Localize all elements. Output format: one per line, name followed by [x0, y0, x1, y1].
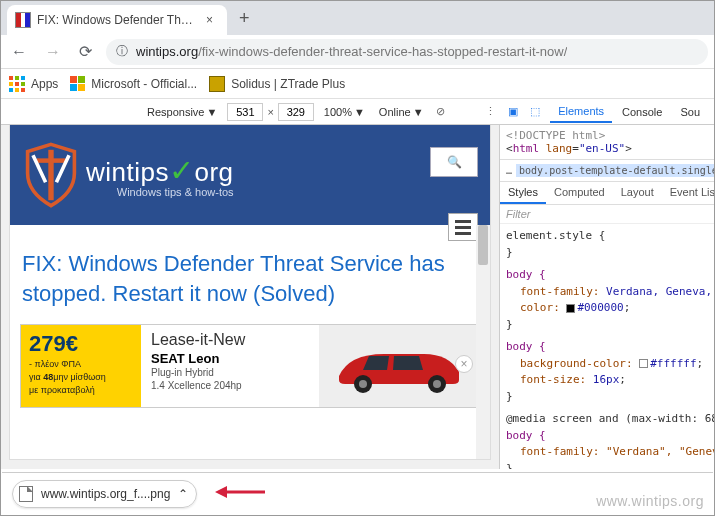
css-rules[interactable]: element.style { } body { font-family: Ve… — [500, 224, 714, 469]
tab-sources[interactable]: Sou — [672, 102, 708, 122]
throttle-select[interactable]: Online ▼ — [375, 104, 428, 120]
ad-brand: Lease-it-New — [151, 331, 309, 349]
ad-price: 279€ — [29, 331, 133, 357]
tab-elements[interactable]: Elements — [550, 101, 612, 123]
device-toggle-icon[interactable]: ⬚ — [528, 103, 542, 120]
bookmark-solidus[interactable]: Solidus | ZTrade Plus — [209, 76, 345, 92]
logo-shield-icon — [24, 142, 78, 208]
breadcrumb-ellipsis: … — [506, 165, 512, 176]
tab-title: FIX: Windows Defender Threat Se — [37, 13, 194, 27]
tab-computed[interactable]: Computed — [546, 182, 613, 204]
site-brand: wintips✓org — [86, 153, 234, 188]
ad-line3: με προκαταβολή — [29, 385, 133, 396]
favicon-icon — [15, 12, 31, 28]
browser-tab-bar: FIX: Windows Defender Threat Se × + — [1, 1, 714, 35]
ad-spec1: Plug-in Hybrid — [151, 366, 309, 379]
page-content: FIX: Windows Defender Threat Service has… — [10, 225, 490, 316]
rotate-icon[interactable]: ⊘ — [434, 103, 447, 120]
styles-filter[interactable]: Filter — [500, 205, 714, 224]
device-select[interactable]: Responsive ▼ — [143, 104, 221, 120]
ad-banner[interactable]: 279€ - πλέον ΦΠΑ για 48μην μίσθωση με πρ… — [20, 324, 480, 408]
height-input[interactable] — [278, 103, 314, 121]
forward-button[interactable]: → — [41, 39, 65, 65]
check-icon: ✓ — [169, 154, 195, 187]
site-header: wintips✓org Windows tips & how-tos 🔍 — [10, 125, 490, 225]
devtools-viewport: Responsive ▼ × 100% ▼ Online ▼ ⊘ ⋮ ▣ ⬚ E… — [1, 99, 714, 469]
styles-tab-bar: Styles Computed Layout Event Lis — [500, 182, 714, 205]
reload-button[interactable]: ⟳ — [75, 38, 96, 65]
inspect-element-icon[interactable]: ▣ — [506, 103, 520, 120]
dom-html-node[interactable]: <html lang="en-US"> — [506, 142, 708, 155]
bookmark-microsoft[interactable]: Microsoft - Official... — [70, 76, 197, 91]
download-chip[interactable]: www.wintips.org_f....png ⌃ — [12, 480, 197, 508]
apps-icon — [9, 76, 25, 92]
dom-tree[interactable]: <!DOCTYPE html> <html lang="en-US"> — [500, 125, 714, 160]
browser-nav-bar: ← → ⟳ ⓘ wintips.org/fix-windows-defender… — [1, 35, 714, 69]
ad-line2: για 48μην μίσθωση — [29, 372, 133, 383]
tab-event-listeners[interactable]: Event Lis — [662, 182, 714, 204]
ad-line1: - πλέον ΦΠΑ — [29, 359, 133, 370]
back-button[interactable]: ← — [7, 39, 31, 65]
apps-button[interactable]: Apps — [9, 76, 58, 92]
bookmarks-bar: Apps Microsoft - Official... Solidus | Z… — [1, 69, 714, 99]
annotation-arrow-icon — [215, 484, 267, 503]
dom-doctype: <!DOCTYPE html> — [506, 129, 708, 142]
close-tab-button[interactable]: × — [200, 11, 219, 29]
more-icon[interactable]: ⋮ — [483, 103, 498, 120]
browser-tab[interactable]: FIX: Windows Defender Threat Se × — [7, 5, 227, 35]
devtools-toolbar: Responsive ▼ × 100% ▼ Online ▼ ⊘ ⋮ ▣ ⬚ E… — [1, 99, 714, 125]
page-frame[interactable]: wintips✓org Windows tips & how-tos 🔍 FIX… — [10, 125, 490, 459]
devtools-inspector: <!DOCTYPE html> <html lang="en-US"> … bo… — [499, 99, 714, 469]
ad-model: SEAT Leon — [151, 351, 309, 366]
chevron-up-icon[interactable]: ⌃ — [178, 487, 188, 501]
search-icon: 🔍 — [447, 155, 462, 169]
device-preview-pane: wintips✓org Windows tips & how-tos 🔍 FIX… — [1, 99, 499, 469]
tab-layout[interactable]: Layout — [613, 182, 662, 204]
tab-styles[interactable]: Styles — [500, 182, 546, 204]
breadcrumb-body[interactable]: body.post-template-default.single.sing — [516, 164, 714, 177]
address-bar[interactable]: ⓘ wintips.org/fix-windows-defender-threa… — [106, 39, 708, 65]
download-filename: www.wintips.org_f....png — [41, 487, 170, 501]
zoom-select[interactable]: 100% ▼ — [320, 104, 369, 120]
site-info-icon[interactable]: ⓘ — [116, 43, 128, 60]
svg-marker-5 — [215, 486, 227, 498]
dimension-x: × — [267, 106, 273, 118]
apps-label: Apps — [31, 77, 58, 91]
solidus-icon — [209, 76, 225, 92]
new-tab-button[interactable]: + — [233, 6, 256, 31]
bookmark-label: Microsoft - Official... — [91, 77, 197, 91]
microsoft-icon — [70, 76, 85, 91]
menu-button[interactable] — [448, 213, 478, 241]
svg-point-1 — [359, 380, 367, 388]
ad-price-box: 279€ - πλέον ΦΠΑ για 48μην μίσθωση με πρ… — [21, 325, 141, 407]
page-scrollbar[interactable] — [476, 225, 490, 459]
page-title: FIX: Windows Defender Threat Service has… — [22, 249, 478, 308]
bookmark-label: Solidus | ZTrade Plus — [231, 77, 345, 91]
width-input[interactable] — [227, 103, 263, 121]
file-icon — [19, 486, 33, 502]
search-button[interactable]: 🔍 — [430, 147, 478, 177]
url-text: wintips.org/fix-windows-defender-threat-… — [136, 44, 567, 59]
devtools-breadcrumb[interactable]: … body.post-template-default.single.sing — [500, 160, 714, 182]
ad-spec2: 1.4 Xcellence 204hp — [151, 379, 309, 392]
svg-point-3 — [433, 380, 441, 388]
download-bar: www.wintips.org_f....png ⌃ — [2, 472, 713, 514]
ad-text-box: Lease-it-New SEAT Leon Plug-in Hybrid 1.… — [141, 325, 319, 407]
dimensions: × — [227, 103, 313, 121]
tab-console[interactable]: Console — [614, 102, 670, 122]
